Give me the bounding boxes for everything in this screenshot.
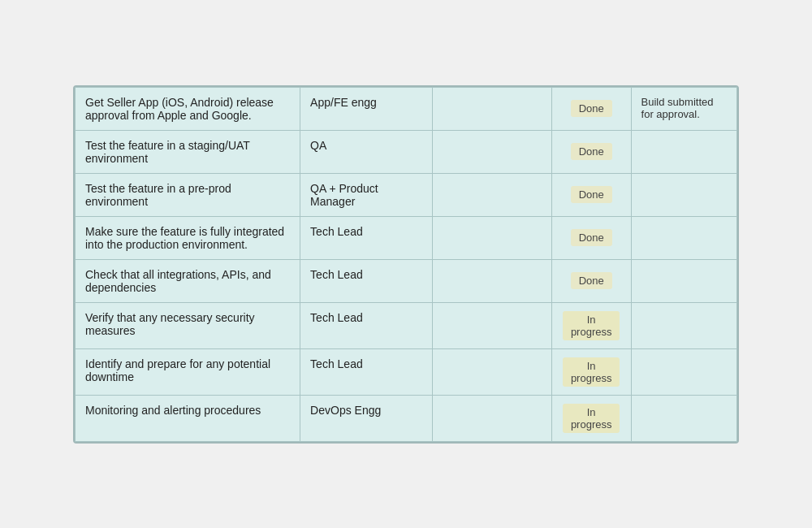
- owner-cell: Tech Lead: [300, 216, 433, 259]
- owner-cell: Tech Lead: [300, 302, 433, 348]
- status-badge: Inprogress: [563, 404, 620, 433]
- table-row: Verify that any necessary security measu…: [76, 302, 737, 348]
- status-cell: Done: [551, 259, 631, 302]
- notes-cell: [631, 302, 736, 348]
- task-cell: Identify and prepare for any potential d…: [76, 348, 300, 395]
- extra-cell: [433, 302, 552, 348]
- notes-cell: [631, 348, 736, 395]
- extra-cell: [433, 173, 552, 216]
- owner-cell: QA + Product Manager: [300, 173, 433, 216]
- status-cell: Inprogress: [551, 348, 631, 395]
- owner-cell: App/FE engg: [300, 87, 433, 130]
- notes-cell: [631, 395, 736, 441]
- table-row: Get Seller App (iOS, Android) release ap…: [76, 87, 737, 130]
- status-cell: Inprogress: [551, 302, 631, 348]
- table-row: Identify and prepare for any potential d…: [76, 348, 737, 395]
- status-cell: Done: [551, 173, 631, 216]
- extra-cell: [433, 395, 552, 441]
- owner-cell: QA: [300, 130, 433, 173]
- notes-cell: [631, 259, 736, 302]
- owner-cell: Tech Lead: [300, 348, 433, 395]
- task-cell: Verify that any necessary security measu…: [76, 302, 300, 348]
- status-badge: Done: [571, 143, 612, 160]
- task-cell: Make sure the feature is fully integrate…: [76, 216, 300, 259]
- task-cell: Get Seller App (iOS, Android) release ap…: [76, 87, 300, 130]
- table-row: Monitoring and alerting proceduresDevOps…: [76, 395, 737, 441]
- status-badge: Done: [571, 100, 612, 117]
- status-badge: Inprogress: [563, 357, 620, 387]
- checklist-table-wrapper: Get Seller App (iOS, Android) release ap…: [73, 85, 739, 444]
- table-row: Make sure the feature is fully integrate…: [76, 216, 737, 259]
- extra-cell: [433, 348, 552, 395]
- status-cell: Done: [551, 87, 631, 130]
- extra-cell: [433, 216, 552, 259]
- extra-cell: [433, 130, 552, 173]
- owner-cell: DevOps Engg: [300, 395, 433, 441]
- notes-cell: Build submitted for approval.: [631, 87, 736, 130]
- status-badge: Done: [571, 272, 612, 289]
- table-row: Test the feature in a staging/UAT enviro…: [76, 130, 737, 173]
- status-cell: Done: [551, 130, 631, 173]
- task-cell: Check that all integrations, APIs, and d…: [76, 259, 300, 302]
- table-row: Check that all integrations, APIs, and d…: [76, 259, 737, 302]
- notes-cell: [631, 130, 736, 173]
- status-cell: Done: [551, 216, 631, 259]
- task-cell: Test the feature in a pre-prod environme…: [76, 173, 300, 216]
- status-badge: Inprogress: [563, 311, 620, 340]
- owner-cell: Tech Lead: [300, 259, 433, 302]
- checklist-table: Get Seller App (iOS, Android) release ap…: [75, 87, 737, 442]
- extra-cell: [433, 259, 552, 302]
- task-cell: Monitoring and alerting procedures: [76, 395, 300, 441]
- extra-cell: [433, 87, 552, 130]
- status-badge: Done: [571, 229, 612, 246]
- task-cell: Test the feature in a staging/UAT enviro…: [76, 130, 300, 173]
- status-cell: Inprogress: [551, 395, 631, 441]
- notes-cell: [631, 216, 736, 259]
- status-badge: Done: [571, 186, 612, 203]
- table-row: Test the feature in a pre-prod environme…: [76, 173, 737, 216]
- notes-cell: [631, 173, 736, 216]
